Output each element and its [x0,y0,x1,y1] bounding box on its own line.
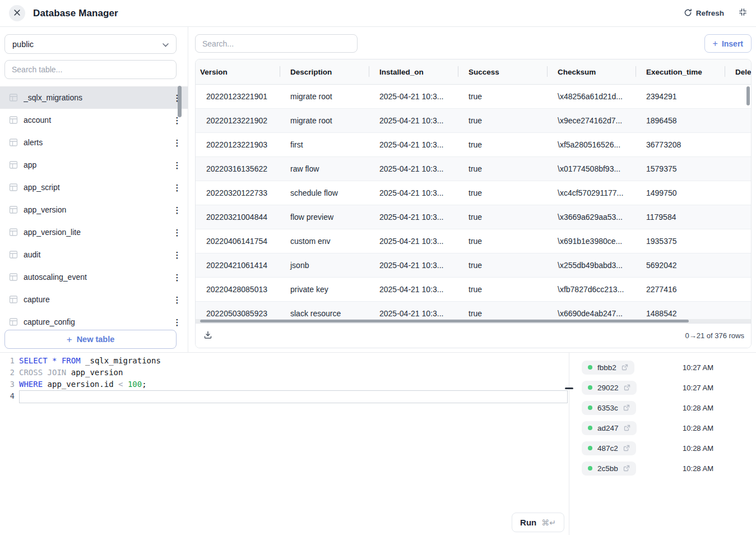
table-cell[interactable]: private key [280,278,369,301]
table-cell[interactable]: true [458,302,547,319]
table-cell[interactable]: 20220123221902 [196,109,280,132]
table-menu-button[interactable]: ⋮ [172,183,182,192]
table-cell[interactable]: 2025-04-21 10:3... [369,253,458,277]
table-menu-button[interactable]: ⋮ [172,251,182,259]
table-cell[interactable]: 2025-04-21 10:3... [369,85,458,108]
table-cell[interactable]: migrate root [280,85,369,108]
table-cell[interactable]: \x48256a61d21d... [547,85,636,108]
table-cell[interactable] [725,181,751,205]
table-cell[interactable]: \xfb7827d6cc213... [547,278,636,301]
table-cell[interactable]: \xf5a280516526... [547,133,636,156]
new-table-button[interactable]: + New table [4,330,177,349]
table-cell[interactable]: 36773208 [636,133,725,156]
grid-search-input[interactable] [195,34,358,53]
close-button[interactable] [9,5,25,21]
refresh-button[interactable]: Refresh [684,8,724,19]
table-cell[interactable]: 20220428085013 [196,278,280,301]
grid-column-header[interactable]: Checksum [547,59,636,84]
table-row[interactable]: 20220406141754custom env2025-04-21 10:3.… [196,229,751,253]
table-row[interactable]: 20220428085013private key2025-04-21 10:3… [196,278,751,302]
table-cell[interactable]: jsonb [280,253,369,277]
table-cell[interactable]: true [458,109,547,132]
sidebar-table-item[interactable]: capture ⋮ [0,288,188,311]
editor-line[interactable]: 4 [0,390,569,403]
sidebar-table-item[interactable]: app_version ⋮ [0,199,188,221]
table-cell[interactable]: true [458,181,547,205]
table-cell[interactable]: 1579375 [636,157,725,181]
table-cell[interactable]: \x3669a629aa53... [547,205,636,229]
table-cell[interactable] [725,229,751,253]
table-cell[interactable]: \x6690de4ab247... [547,302,636,319]
history-pill[interactable]: ad247 [582,421,637,435]
sidebar-scrollbar[interactable] [178,86,182,117]
table-cell[interactable]: 2025-04-21 10:3... [369,133,458,156]
editor-line[interactable]: 3 WHERE app_version.id < 100; [0,379,569,390]
table-cell[interactable]: true [458,229,547,253]
download-button[interactable] [202,329,214,343]
table-menu-button[interactable]: ⋮ [172,161,182,169]
grid-horizontal-scrollbar[interactable] [200,320,689,322]
sidebar-table-item[interactable]: capture_config ⋮ [0,311,188,329]
history-pill[interactable]: 29022 [582,381,637,395]
table-menu-button[interactable]: ⋮ [172,139,182,147]
divider-drag-handle[interactable] [565,388,573,389]
table-cell[interactable]: 2025-04-21 10:3... [369,278,458,301]
history-pill[interactable]: 487c2 [582,441,636,455]
table-cell[interactable]: 2025-04-21 10:3... [369,229,458,253]
table-cell[interactable]: 2025-04-21 10:3... [369,109,458,132]
table-cell[interactable]: slack resource [280,302,369,319]
table-cell[interactable]: true [458,278,547,301]
table-cell[interactable]: migrate root [280,109,369,132]
table-cell[interactable]: \xc4cf570291177... [547,181,636,205]
table-cell[interactable]: \x255db49babd3... [547,253,636,277]
history-pill[interactable]: 6353c [582,401,636,415]
table-cell[interactable]: 2025-04-21 10:3... [369,302,458,319]
table-row[interactable]: 20220321004844flow preview2025-04-21 10:… [196,205,751,229]
table-cell[interactable]: 20220123221901 [196,85,280,108]
table-search-input[interactable] [4,60,177,79]
table-cell[interactable]: \x691b1e3980ce... [547,229,636,253]
table-cell[interactable]: 1896458 [636,109,725,132]
table-cell[interactable]: 1935375 [636,229,725,253]
grid-column-header[interactable]: Description [280,59,369,84]
table-cell[interactable]: 2025-04-21 10:3... [369,157,458,181]
grid-column-header[interactable]: Execution_time [636,59,725,84]
grid-column-header[interactable]: Dele [725,59,751,84]
sidebar-table-item[interactable]: app_script ⋮ [0,176,188,199]
table-row[interactable]: 20220421061414jsonb2025-04-21 10:3...tru… [196,253,751,278]
sidebar-table-item[interactable]: app_version_lite ⋮ [0,221,188,243]
editor-line[interactable]: 1 SELECT * FROM _sqlx_migrations [0,355,569,367]
table-cell[interactable] [725,133,751,156]
run-button[interactable]: Run ⌘↵ [512,513,564,532]
sql-editor[interactable]: 1 SELECT * FROM _sqlx_migrations 2 CROSS… [0,353,569,535]
table-cell[interactable]: true [458,133,547,156]
sidebar-table-item[interactable]: autoscaling_event ⋮ [0,266,188,288]
table-cell[interactable]: \x01774508bf93... [547,157,636,181]
grid-column-header[interactable]: Version [196,59,280,84]
table-cell[interactable]: true [458,85,547,108]
table-cell[interactable]: first [280,133,369,156]
table-cell[interactable] [725,253,751,277]
table-cell[interactable]: custom env [280,229,369,253]
sidebar-table-item[interactable]: app ⋮ [0,154,188,176]
table-menu-button[interactable]: ⋮ [172,116,182,124]
table-menu-button[interactable]: ⋮ [172,318,182,326]
collapse-window-button[interactable] [739,8,747,19]
table-cell[interactable]: true [458,253,547,277]
table-cell[interactable]: 2394291 [636,85,725,108]
table-menu-button[interactable]: ⋮ [172,296,182,304]
table-cell[interactable]: 20220320122733 [196,181,280,205]
table-row[interactable]: 20220503085923slack resource2025-04-21 1… [196,302,751,319]
editor-line[interactable]: 2 CROSS JOIN app_version [0,367,569,379]
table-cell[interactable]: 20220123221903 [196,133,280,156]
table-cell[interactable]: 20220406141754 [196,229,280,253]
table-cell[interactable]: true [458,157,547,181]
table-cell[interactable]: flow preview [280,205,369,229]
sidebar-table-item[interactable]: _sqlx_migrations ⋮ [0,86,188,109]
table-menu-button[interactable]: ⋮ [172,228,182,237]
table-cell[interactable] [725,205,751,229]
sidebar-table-item[interactable]: audit ⋮ [0,243,188,266]
table-cell[interactable]: 1179584 [636,205,725,229]
insert-button[interactable]: + Insert [704,34,752,53]
table-cell[interactable]: 1499750 [636,181,725,205]
